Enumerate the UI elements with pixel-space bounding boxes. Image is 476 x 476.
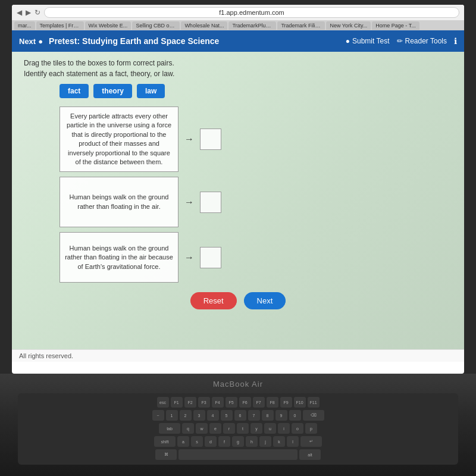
fact-tile[interactable]: fact bbox=[60, 84, 89, 98]
key-4[interactable]: 4 bbox=[207, 410, 219, 421]
key-cmd[interactable]: ⌘ bbox=[155, 449, 177, 460]
key-space[interactable] bbox=[178, 449, 298, 460]
statement-box-3: Human beings walk on the ground rather t… bbox=[60, 232, 178, 283]
key-f5[interactable]: F5 bbox=[226, 397, 237, 408]
tab-7[interactable]: Trademark Filin... bbox=[277, 21, 325, 30]
key-o[interactable]: o bbox=[292, 423, 303, 434]
key-5[interactable]: 5 bbox=[221, 410, 233, 421]
page-title: Pretest: Studying Earth and Space Scienc… bbox=[49, 36, 340, 46]
tiles-row: fact theory law bbox=[60, 84, 452, 98]
statement-box-1: Every particle attracts every other part… bbox=[60, 107, 178, 172]
screen-area: ◀ ▶ ↻ f1.app.edmentum.com mar... Templat… bbox=[12, 5, 464, 374]
app-header: Next ● Pretest: Studying Earth and Space… bbox=[12, 30, 464, 52]
url-bar[interactable]: f1.app.edmentum.com bbox=[44, 7, 459, 18]
key-h[interactable]: h bbox=[246, 436, 258, 447]
tab-2[interactable]: Templates | Fre... bbox=[36, 21, 84, 30]
key-2[interactable]: 2 bbox=[180, 410, 192, 421]
key-l[interactable]: l bbox=[287, 436, 299, 447]
laptop-shell: ◀ ▶ ↻ f1.app.edmentum.com mar... Templat… bbox=[0, 0, 476, 476]
key-shift[interactable]: shift bbox=[154, 436, 176, 447]
next-nav-icon: ● bbox=[38, 37, 43, 46]
drop-box-3[interactable] bbox=[200, 247, 221, 268]
key-1[interactable]: 1 bbox=[166, 410, 178, 421]
key-j[interactable]: j bbox=[259, 436, 271, 447]
key-alt[interactable]: alt bbox=[299, 449, 321, 460]
key-w[interactable]: w bbox=[196, 423, 208, 434]
law-tile[interactable]: law bbox=[137, 84, 165, 98]
key-f6[interactable]: F6 bbox=[239, 397, 251, 408]
tab-9[interactable]: Home Page - T... bbox=[372, 21, 419, 30]
key-enter[interactable]: ↵ bbox=[300, 436, 322, 447]
key-y[interactable]: y bbox=[250, 423, 262, 434]
pair-row-2: Human beings walk on the ground rather t… bbox=[60, 177, 452, 227]
reload-icon[interactable]: ↻ bbox=[35, 8, 40, 17]
key-r[interactable]: r bbox=[223, 423, 235, 434]
arrow-3: → bbox=[184, 252, 194, 263]
key-9[interactable]: 9 bbox=[275, 410, 287, 421]
key-backtick[interactable]: ~ bbox=[152, 410, 164, 421]
pair-row-1: Every particle attracts every other part… bbox=[60, 107, 452, 172]
key-f11[interactable]: F11 bbox=[308, 397, 320, 408]
tab-1[interactable]: mar... bbox=[14, 21, 35, 30]
key-f[interactable]: f bbox=[218, 436, 230, 447]
key-0[interactable]: 0 bbox=[289, 410, 301, 421]
key-f4[interactable]: F4 bbox=[212, 397, 224, 408]
info-icon[interactable]: ℹ bbox=[454, 36, 457, 46]
drop-box-2[interactable] bbox=[200, 192, 221, 213]
instruction-line1: Drag the tiles to the boxes to form corr… bbox=[24, 59, 452, 67]
key-backspace[interactable]: ⌫ bbox=[303, 410, 324, 421]
key-u[interactable]: u bbox=[264, 423, 276, 434]
browser-chrome: ◀ ▶ ↻ f1.app.edmentum.com mar... Templat… bbox=[12, 5, 464, 30]
key-8[interactable]: 8 bbox=[262, 410, 274, 421]
key-f7[interactable]: F7 bbox=[253, 397, 265, 408]
forward-icon[interactable]: ▶ bbox=[26, 8, 31, 17]
header-actions: ● Submit Test ✏ Reader Tools ℹ bbox=[346, 36, 457, 46]
key-a[interactable]: a bbox=[177, 436, 189, 447]
key-s[interactable]: s bbox=[191, 436, 203, 447]
pencil-icon: ✏ bbox=[397, 37, 403, 45]
main-content: Drag the tiles to the boxes to form corr… bbox=[12, 52, 464, 349]
actions-row: Reset Next bbox=[24, 292, 452, 309]
back-icon[interactable]: ◀ bbox=[17, 8, 22, 17]
pair-row-3: Human beings walk on the ground rather t… bbox=[60, 232, 452, 283]
footer-text: All rights reserved. bbox=[19, 352, 73, 359]
key-t[interactable]: t bbox=[237, 423, 249, 434]
tab-3[interactable]: Wix Website E... bbox=[85, 21, 131, 30]
key-row-3: tab q w e r t y u i o p bbox=[21, 423, 455, 434]
tab-5[interactable]: Wholesale Nat... bbox=[181, 21, 227, 30]
key-f1[interactable]: F1 bbox=[171, 397, 183, 408]
reader-tools-button[interactable]: ✏ Reader Tools bbox=[397, 37, 447, 45]
key-g[interactable]: g bbox=[232, 436, 244, 447]
key-k[interactable]: k bbox=[273, 436, 285, 447]
tab-6[interactable]: TrademarkPlus... bbox=[228, 21, 276, 30]
next-button[interactable]: Next bbox=[244, 292, 286, 309]
tab-4[interactable]: Selling CBD on... bbox=[132, 21, 180, 30]
statement-box-2: Human beings walk on the ground rather t… bbox=[60, 177, 178, 227]
theory-tile[interactable]: theory bbox=[93, 84, 132, 98]
key-6[interactable]: 6 bbox=[234, 410, 246, 421]
tab-8[interactable]: New York City... bbox=[326, 21, 371, 30]
key-d[interactable]: d bbox=[205, 436, 217, 447]
submit-icon: ● bbox=[346, 37, 350, 45]
key-7[interactable]: 7 bbox=[248, 410, 260, 421]
key-f8[interactable]: F8 bbox=[267, 397, 278, 408]
key-tab[interactable]: tab bbox=[159, 423, 180, 434]
key-q[interactable]: q bbox=[182, 423, 194, 434]
key-row-2: ~ 1 2 3 4 5 6 7 8 9 0 ⌫ bbox=[21, 410, 455, 421]
keyboard-area: esc F1 F2 F3 F4 F5 F6 F7 F8 F9 F10 F11 ~… bbox=[18, 393, 458, 465]
key-row-4: shift a s d f g h j k l ↵ bbox=[21, 436, 455, 447]
key-f2[interactable]: F2 bbox=[184, 397, 196, 408]
key-f3[interactable]: F3 bbox=[198, 397, 210, 408]
next-nav-button[interactable]: Next ● bbox=[19, 37, 43, 46]
key-esc[interactable]: esc bbox=[157, 397, 169, 408]
key-p[interactable]: p bbox=[305, 423, 317, 434]
arrow-1: → bbox=[184, 134, 194, 145]
key-i[interactable]: i bbox=[278, 423, 290, 434]
key-f9[interactable]: F9 bbox=[280, 397, 292, 408]
reset-button[interactable]: Reset bbox=[190, 292, 237, 309]
drop-box-1[interactable] bbox=[200, 129, 221, 150]
key-f10[interactable]: F10 bbox=[294, 397, 306, 408]
key-e[interactable]: e bbox=[209, 423, 221, 434]
submit-test-button[interactable]: ● Submit Test bbox=[346, 37, 390, 45]
key-3[interactable]: 3 bbox=[193, 410, 205, 421]
